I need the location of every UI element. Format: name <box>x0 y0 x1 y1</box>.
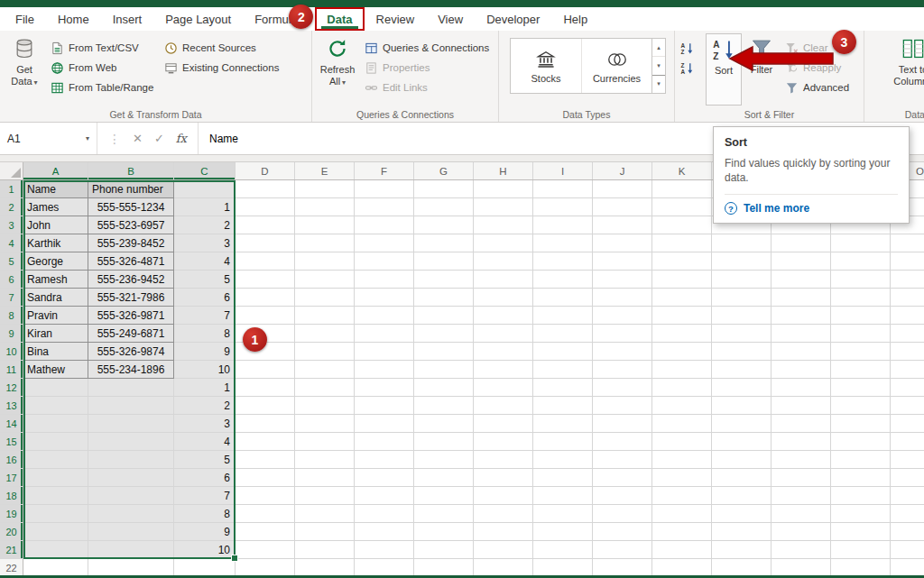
column-header-J[interactable]: J <box>593 162 652 179</box>
cell-K9[interactable] <box>652 325 712 343</box>
cell-F8[interactable] <box>355 307 414 325</box>
cell-L19[interactable] <box>712 505 772 523</box>
row-header-18[interactable]: 18 <box>0 487 23 505</box>
sort-descending-button[interactable]: ZA <box>677 58 706 78</box>
cell-C16[interactable]: 5 <box>174 451 236 469</box>
cell-A10[interactable]: Bina <box>23 343 88 361</box>
cell-I13[interactable] <box>533 397 593 415</box>
cell-N22[interactable] <box>831 559 891 577</box>
text-to-columns-button[interactable]: Text toColumns <box>890 33 924 106</box>
row-header-3[interactable]: 3 <box>0 216 23 234</box>
cell-G5[interactable] <box>414 252 474 271</box>
fill-handle[interactable] <box>231 555 238 562</box>
cell-I8[interactable] <box>533 307 593 325</box>
cell-M20[interactable] <box>772 523 831 541</box>
cell-C10[interactable]: 9 <box>174 343 236 361</box>
cell-L17[interactable] <box>712 469 772 487</box>
cell-I11[interactable] <box>533 361 593 379</box>
tab-review[interactable]: Review <box>365 7 427 31</box>
cell-L15[interactable] <box>712 433 772 451</box>
cell-C4[interactable]: 3 <box>174 234 236 252</box>
cell-E3[interactable] <box>295 216 355 234</box>
cell-D18[interactable] <box>236 487 295 505</box>
cell-H3[interactable] <box>474 216 533 234</box>
cell-O6[interactable] <box>891 271 924 289</box>
cell-G12[interactable] <box>414 379 474 397</box>
cell-A2[interactable]: James <box>23 198 88 216</box>
row-header-12[interactable]: 12 <box>0 379 23 397</box>
cell-D12[interactable] <box>236 379 295 397</box>
cell-I17[interactable] <box>533 469 593 487</box>
cell-A19[interactable] <box>23 505 88 523</box>
cell-J2[interactable] <box>593 198 652 216</box>
cell-D1[interactable] <box>236 180 295 198</box>
refresh-all-button[interactable]: RefreshAll▾ <box>314 33 361 106</box>
cell-I2[interactable] <box>533 198 593 216</box>
cell-J16[interactable] <box>593 451 652 469</box>
cell-C5[interactable]: 4 <box>174 252 236 271</box>
cell-C1[interactable] <box>174 180 236 198</box>
cell-B6[interactable]: 555-236-9452 <box>88 271 174 289</box>
cell-G13[interactable] <box>414 397 474 415</box>
cell-E9[interactable] <box>295 325 355 343</box>
row-header-7[interactable]: 7 <box>0 289 23 307</box>
cell-E12[interactable] <box>295 379 355 397</box>
cell-F15[interactable] <box>355 433 414 451</box>
cell-F6[interactable] <box>355 271 414 289</box>
cell-F17[interactable] <box>355 469 414 487</box>
cell-K20[interactable] <box>652 523 712 541</box>
tab-data[interactable]: Data2 <box>315 7 364 31</box>
cell-E17[interactable] <box>295 469 355 487</box>
cell-L22[interactable] <box>712 559 772 577</box>
cell-J21[interactable] <box>593 541 652 559</box>
cell-G3[interactable] <box>414 216 474 234</box>
cell-B5[interactable]: 555-326-4871 <box>88 252 174 271</box>
cell-K3[interactable] <box>652 216 712 234</box>
cell-F22[interactable] <box>355 559 414 577</box>
cell-D11[interactable] <box>236 361 295 379</box>
row-header-6[interactable]: 6 <box>0 271 23 289</box>
cell-A17[interactable] <box>23 469 88 487</box>
cell-F3[interactable] <box>355 216 414 234</box>
existing-connections-button[interactable]: Existing Connections <box>161 58 298 78</box>
cell-M5[interactable] <box>772 252 831 271</box>
cell-J14[interactable] <box>593 415 652 433</box>
cell-G17[interactable] <box>414 469 474 487</box>
row-header-22[interactable]: 22 <box>0 559 23 577</box>
cell-O19[interactable] <box>891 505 924 523</box>
cell-I18[interactable] <box>533 487 593 505</box>
cell-O4[interactable] <box>891 234 924 252</box>
cell-L16[interactable] <box>712 451 772 469</box>
cell-O8[interactable] <box>891 307 924 325</box>
cell-D4[interactable] <box>236 234 295 252</box>
column-header-D[interactable]: D <box>236 162 295 179</box>
cell-E1[interactable] <box>295 180 355 198</box>
cell-C18[interactable]: 7 <box>174 487 236 505</box>
row-header-16[interactable]: 16 <box>0 451 23 469</box>
column-header-I[interactable]: I <box>533 162 593 179</box>
cell-H12[interactable] <box>474 379 533 397</box>
cell-J3[interactable] <box>593 216 652 234</box>
cell-B17[interactable] <box>88 469 174 487</box>
column-header-K[interactable]: K <box>652 162 712 179</box>
cell-A1[interactable]: Name <box>23 180 88 198</box>
cell-L8[interactable] <box>712 307 772 325</box>
cell-H14[interactable] <box>474 415 533 433</box>
cell-A16[interactable] <box>23 451 88 469</box>
cell-B16[interactable] <box>88 451 174 469</box>
cell-J18[interactable] <box>593 487 652 505</box>
cell-D17[interactable] <box>236 469 295 487</box>
tab-page-layout[interactable]: Page Layout <box>153 7 243 31</box>
recent-sources-button[interactable]: Recent Sources <box>161 38 298 58</box>
cell-L9[interactable] <box>712 325 772 343</box>
cell-N12[interactable] <box>831 379 891 397</box>
tab-file[interactable]: File <box>4 7 46 31</box>
cell-O18[interactable] <box>891 487 924 505</box>
cell-D14[interactable] <box>236 415 295 433</box>
cell-D3[interactable] <box>236 216 295 234</box>
cell-C17[interactable]: 6 <box>174 469 236 487</box>
cell-L4[interactable] <box>712 234 772 252</box>
cell-K22[interactable] <box>652 559 712 577</box>
from-text-csv-button[interactable]: From Text/CSV <box>47 38 161 58</box>
cell-I1[interactable] <box>533 180 593 198</box>
